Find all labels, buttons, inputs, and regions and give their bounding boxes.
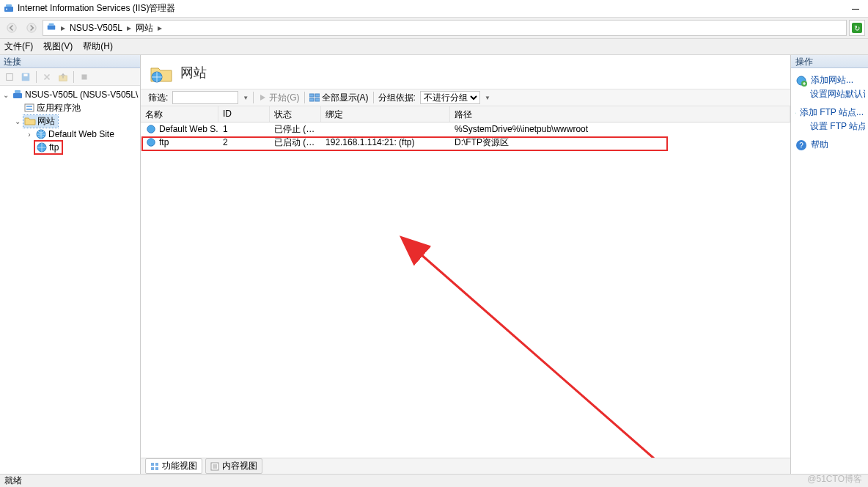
filter-bar: 筛选: ▼ 开始(G) 全部显示(A) 分组依据: 不进行分组 ▼ bbox=[141, 89, 790, 106]
globe-icon bbox=[145, 136, 157, 148]
cell-status: 已启动 (ftp) bbox=[270, 136, 321, 149]
svg-rect-14 bbox=[25, 104, 34, 111]
globe-add-icon bbox=[795, 75, 807, 87]
breadcrumb-node[interactable]: 网站 bbox=[136, 22, 153, 34]
address-bar[interactable]: ▸ NSUS-V505L ▸ 网站 ▸ bbox=[43, 20, 847, 36]
features-icon bbox=[150, 462, 159, 471]
filter-input[interactable] bbox=[172, 91, 238, 104]
tree-sites-node[interactable]: ⌄ 网站 bbox=[0, 114, 140, 128]
breadcrumb-home-icon bbox=[46, 22, 56, 34]
save-icon[interactable] bbox=[18, 70, 33, 84]
connect-icon[interactable] bbox=[2, 70, 17, 84]
globe-add-icon bbox=[795, 107, 796, 119]
tree-default-site-node[interactable]: › Default Web Site bbox=[0, 128, 140, 141]
action-site-defaults[interactable]: 设置网站默认设置 bbox=[794, 88, 865, 100]
page-title-row: 网站 bbox=[141, 55, 790, 89]
iis-app-icon bbox=[3, 3, 15, 15]
svg-rect-1 bbox=[6, 4, 12, 7]
svg-rect-13 bbox=[15, 90, 21, 93]
tree-default-site-label: Default Web Site bbox=[48, 129, 114, 139]
cell-name: ftp bbox=[159, 137, 169, 147]
svg-rect-7 bbox=[7, 73, 13, 80]
menu-help[interactable]: 帮助(H) bbox=[83, 40, 113, 53]
connections-toolbar bbox=[0, 68, 140, 86]
cell-id: 1 bbox=[218, 124, 270, 134]
play-icon bbox=[258, 93, 267, 102]
svg-rect-12 bbox=[13, 93, 22, 98]
tree-sites-label: 网站 bbox=[37, 115, 55, 128]
col-status[interactable]: 状态 bbox=[270, 106, 321, 122]
action-add-ftp[interactable]: 添加 FTP 站点... bbox=[794, 105, 865, 120]
stop-tree-icon[interactable] bbox=[77, 70, 92, 84]
groupby-select[interactable]: 不进行分组 bbox=[420, 91, 480, 104]
col-binding[interactable]: 绑定 bbox=[321, 106, 450, 122]
svg-rect-21 bbox=[315, 94, 320, 97]
tree-ftp-node[interactable]: ftp bbox=[0, 141, 140, 154]
svg-rect-0 bbox=[4, 7, 13, 12]
annotation-arrow bbox=[141, 106, 790, 458]
collapse-icon[interactable]: ⌄ bbox=[1, 91, 10, 99]
navigation-bar: ▸ NSUS-V505L ▸ 网站 ▸ ↻ bbox=[0, 18, 868, 39]
globe-icon bbox=[35, 128, 47, 140]
svg-line-26 bbox=[419, 253, 654, 458]
col-id[interactable]: ID bbox=[218, 106, 270, 122]
actions-panel: 操作 添加网站... 设置网站默认设置 添加 FTP 站点... 设置 FTP … bbox=[790, 55, 868, 474]
col-name[interactable]: 名称 bbox=[141, 106, 218, 122]
show-all-button[interactable]: 全部显示(A) bbox=[309, 92, 369, 104]
svg-rect-30 bbox=[155, 467, 158, 470]
table-row[interactable]: ftp 2 已启动 (ftp) 192.168.1.114:21: (ftp) … bbox=[141, 136, 790, 149]
action-ftp-defaults[interactable]: 设置 FTP 站点默认 bbox=[794, 120, 865, 133]
breadcrumb-server[interactable]: NSUS-V505L bbox=[70, 23, 122, 33]
svg-text:?: ? bbox=[799, 142, 803, 150]
status-bar: 就绪 bbox=[0, 474, 868, 487]
apppool-icon bbox=[23, 102, 35, 114]
menu-view[interactable]: 视图(V) bbox=[43, 40, 73, 53]
showall-icon bbox=[309, 93, 320, 102]
svg-rect-22 bbox=[309, 98, 314, 101]
sites-page-icon bbox=[150, 61, 173, 84]
action-help[interactable]: ? 帮助 bbox=[794, 137, 865, 153]
delete-icon[interactable] bbox=[40, 70, 54, 84]
help-icon: ? bbox=[795, 139, 807, 151]
window-minimize-button[interactable] bbox=[843, 0, 868, 18]
svg-point-24 bbox=[147, 125, 155, 133]
grid-header: 名称 ID 状态 绑定 路径 bbox=[141, 106, 790, 122]
breadcrumb-sep-icon: ▸ bbox=[61, 23, 65, 33]
breadcrumb-sep-icon: ▸ bbox=[127, 23, 131, 33]
tree-server-node[interactable]: ⌄ NSUS-V505L (NSUS-V505L\ bbox=[0, 88, 140, 101]
menu-bar: 文件(F) 视图(V) 帮助(H) bbox=[0, 39, 868, 55]
svg-rect-28 bbox=[155, 463, 158, 466]
tab-features-view[interactable]: 功能视图 bbox=[145, 458, 202, 474]
svg-point-4 bbox=[27, 23, 36, 32]
forward-button[interactable] bbox=[23, 19, 40, 37]
svg-rect-20 bbox=[309, 94, 314, 97]
actions-header: 操作 bbox=[791, 55, 868, 68]
title-bar: Internet Information Services (IIS)管理器 bbox=[0, 0, 868, 18]
bottom-tabs: 功能视图 内容视图 bbox=[141, 458, 790, 474]
page-title: 网站 bbox=[180, 64, 207, 81]
tab-content-view[interactable]: 内容视图 bbox=[205, 458, 262, 474]
up-icon[interactable] bbox=[56, 70, 70, 84]
back-button[interactable] bbox=[3, 19, 21, 37]
svg-point-25 bbox=[147, 139, 155, 147]
window-title: Internet Information Services (IIS)管理器 bbox=[18, 2, 175, 15]
start-button[interactable]: 开始(G) bbox=[258, 92, 299, 104]
action-add-site[interactable]: 添加网站... bbox=[794, 73, 865, 88]
center-panel: 网站 筛选: ▼ 开始(G) 全部显示(A) 分组依据: 不进行分组 ▼ bbox=[141, 55, 790, 474]
tree-apppools-node[interactable]: 应用程序池 bbox=[0, 101, 140, 114]
filter-label: 筛选: bbox=[148, 92, 168, 104]
dropdown-icon[interactable]: ▼ bbox=[485, 95, 490, 101]
col-path[interactable]: 路径 bbox=[450, 106, 790, 122]
expand-icon[interactable]: › bbox=[25, 131, 34, 139]
svg-rect-11 bbox=[82, 74, 87, 79]
collapse-icon[interactable]: ⌄ bbox=[13, 117, 22, 125]
sites-grid[interactable]: 名称 ID 状态 绑定 路径 Default Web S... 1 已停止 (无… bbox=[141, 106, 790, 458]
dropdown-icon[interactable]: ▼ bbox=[243, 95, 249, 101]
table-row[interactable]: Default Web S... 1 已停止 (无) %SystemDrive%… bbox=[141, 122, 790, 136]
folder-icon bbox=[24, 115, 36, 127]
svg-point-2 bbox=[6, 8, 7, 10]
groupby-label: 分组依据: bbox=[378, 92, 416, 104]
menu-file[interactable]: 文件(F) bbox=[4, 40, 33, 53]
refresh-button[interactable]: ↻ bbox=[849, 20, 865, 36]
connections-tree[interactable]: ⌄ NSUS-V505L (NSUS-V505L\ 应用程序池 ⌄ bbox=[0, 86, 140, 474]
